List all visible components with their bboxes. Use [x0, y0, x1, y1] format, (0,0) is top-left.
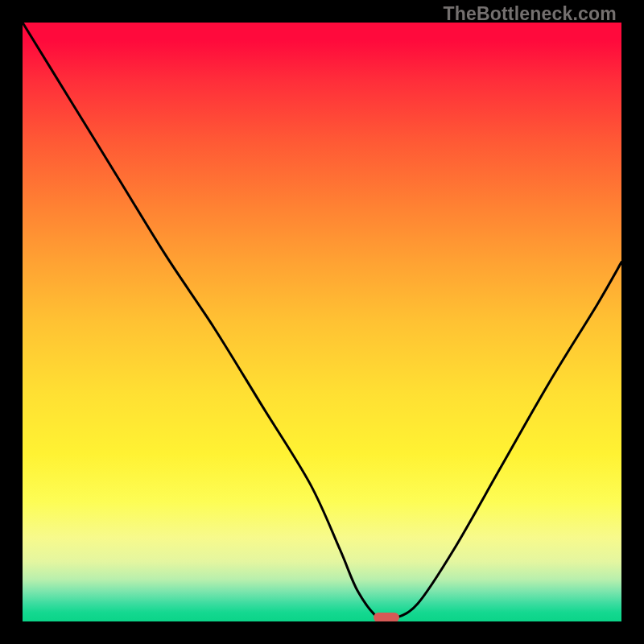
- bottleneck-curve: [23, 23, 621, 621]
- optimal-marker: [374, 613, 399, 621]
- plot-area: [23, 23, 621, 621]
- watermark-text: TheBottleneck.com: [443, 3, 617, 25]
